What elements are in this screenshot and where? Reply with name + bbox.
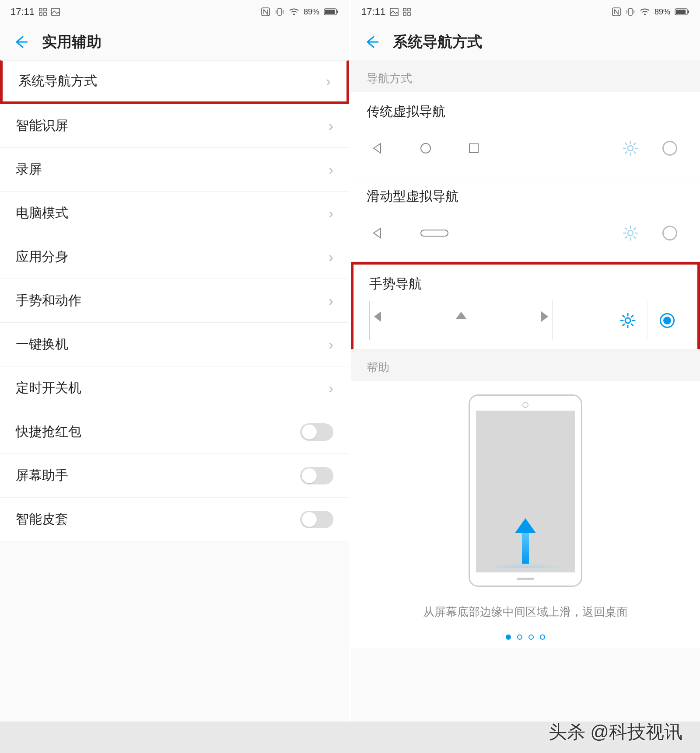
svg-rect-24 xyxy=(676,10,686,14)
svg-rect-25 xyxy=(688,10,689,13)
svg-point-22 xyxy=(644,14,646,15)
svg-point-26 xyxy=(421,143,430,153)
arrow-right-icon xyxy=(373,310,408,323)
svg-rect-1 xyxy=(44,8,46,11)
svg-rect-3 xyxy=(44,13,46,15)
svg-rect-19 xyxy=(629,8,632,15)
page-header: 系统导航方式 xyxy=(351,24,700,60)
image-icon xyxy=(390,8,399,16)
nfc-icon xyxy=(261,7,270,17)
svg-rect-15 xyxy=(408,8,410,11)
row-app-clone[interactable]: 应用分身 › xyxy=(0,235,349,279)
section-nav-methods: 导航方式 xyxy=(351,60,700,92)
arrow-up-icon xyxy=(455,311,468,337)
nav-option-swipe-virtual[interactable]: 滑动型虚拟导航 xyxy=(351,177,700,262)
vibrate-icon xyxy=(626,7,635,17)
svg-rect-2 xyxy=(39,13,42,15)
toggle-screen-assistant[interactable] xyxy=(300,467,333,485)
page-header: 实用辅助 xyxy=(0,24,349,60)
svg-point-31 xyxy=(625,318,630,323)
chevron-right-icon: › xyxy=(329,380,333,397)
preview-classic xyxy=(367,135,611,161)
row-red-envelope[interactable]: 快捷抢红包 xyxy=(0,410,349,454)
row-screen-record[interactable]: 录屏 › xyxy=(0,148,349,192)
toggle-red-envelope[interactable] xyxy=(300,423,333,441)
nfc-icon xyxy=(612,7,621,17)
wifi-icon xyxy=(640,7,650,16)
row-screen-assistant[interactable]: 屏幕助手 xyxy=(0,454,349,498)
swipe-up-arrow-icon xyxy=(490,516,560,570)
help-caption: 从屏幕底部边缘中间区域上滑，返回桌面 xyxy=(351,604,700,620)
pill-home-icon xyxy=(419,227,450,240)
nav-option-classic[interactable]: 传统虚拟导航 xyxy=(351,92,700,177)
triangle-back-icon xyxy=(371,227,384,240)
chevron-right-icon: › xyxy=(329,161,333,178)
svg-rect-16 xyxy=(403,13,406,15)
page-title: 系统导航方式 xyxy=(393,32,482,52)
svg-rect-17 xyxy=(408,13,410,15)
nav-option-gesture[interactable]: 手势导航 xyxy=(351,262,700,349)
settings-gear-button[interactable] xyxy=(608,301,648,340)
radio-gesture[interactable] xyxy=(648,301,687,340)
image-icon xyxy=(51,8,60,16)
page-title: 实用辅助 xyxy=(42,32,102,52)
row-pc-mode[interactable]: 电脑模式 › xyxy=(0,192,349,235)
help-panel: 从屏幕底部边缘中间区域上滑，返回桌面 xyxy=(351,381,700,648)
chevron-right-icon: › xyxy=(329,205,333,222)
row-gestures[interactable]: 手势和动作 › xyxy=(0,279,349,323)
chevron-right-icon: › xyxy=(326,73,331,90)
left-screenshot: 17:11 89% xyxy=(0,0,351,722)
svg-point-30 xyxy=(628,230,633,236)
status-time: 17:11 xyxy=(361,6,385,17)
svg-rect-14 xyxy=(403,8,406,11)
back-button[interactable] xyxy=(12,33,30,51)
svg-rect-6 xyxy=(278,8,281,15)
pager-dot[interactable] xyxy=(528,634,534,640)
row-phone-transfer[interactable]: 一键换机 › xyxy=(0,323,349,366)
pager-dot[interactable] xyxy=(540,634,545,640)
row-smart-screen[interactable]: 智能识屏 › xyxy=(0,104,349,148)
svg-rect-11 xyxy=(325,10,335,14)
watermark-text: 头杀 @科技视讯 xyxy=(549,720,682,744)
battery-icon xyxy=(675,8,690,16)
pager-dot[interactable] xyxy=(506,634,511,640)
chevron-right-icon: › xyxy=(329,336,333,353)
settings-list: 系统导航方式 › 智能识屏 › 录屏 › 电脑模式 › 应用分身 › 手势和动作… xyxy=(0,60,349,541)
triangle-back-icon xyxy=(371,142,384,155)
preview-swipe-virtual xyxy=(367,220,611,246)
chevron-right-icon: › xyxy=(329,292,333,309)
circle-home-icon xyxy=(419,142,432,155)
wifi-icon xyxy=(289,7,299,16)
back-button[interactable] xyxy=(363,33,381,51)
settings-gear-button[interactable] xyxy=(611,129,650,168)
svg-point-9 xyxy=(293,14,295,15)
radio-classic[interactable] xyxy=(650,129,690,168)
preview-gesture xyxy=(369,301,553,340)
svg-rect-0 xyxy=(39,8,42,11)
status-time: 17:11 xyxy=(10,6,35,17)
svg-rect-27 xyxy=(469,144,478,153)
battery-icon xyxy=(324,8,339,16)
pager-dot[interactable] xyxy=(517,634,522,640)
apps-icon xyxy=(39,8,47,16)
phone-illustration xyxy=(469,394,582,587)
svg-point-28 xyxy=(628,146,633,151)
pager-dots[interactable] xyxy=(351,634,700,640)
vibrate-icon xyxy=(275,7,284,17)
status-bar: 17:11 89% xyxy=(351,0,700,24)
status-battery-pct: 89% xyxy=(654,7,670,17)
svg-rect-33 xyxy=(522,529,529,564)
settings-gear-button[interactable] xyxy=(611,213,650,253)
square-recent-icon xyxy=(467,142,480,155)
section-help: 帮助 xyxy=(351,349,700,381)
apps-icon xyxy=(403,8,411,16)
radio-swipe-virtual[interactable] xyxy=(650,213,690,253)
row-scheduled-power[interactable]: 定时开关机 › xyxy=(0,366,349,410)
status-battery-pct: 89% xyxy=(304,7,319,17)
row-smart-cover[interactable]: 智能皮套 xyxy=(0,498,349,541)
right-screenshot: 17:11 89% xyxy=(351,0,700,722)
toggle-smart-cover[interactable] xyxy=(300,511,333,528)
svg-rect-29 xyxy=(421,230,448,236)
status-bar: 17:11 89% xyxy=(0,0,349,24)
row-system-navigation[interactable]: 系统导航方式 › xyxy=(0,60,349,104)
